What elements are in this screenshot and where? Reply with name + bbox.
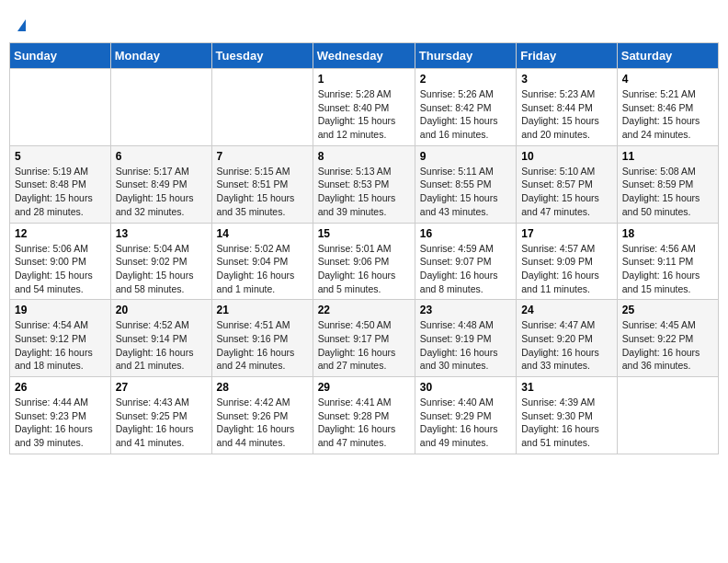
day-number: 22 — [318, 304, 410, 316]
logo-triangle-icon — [17, 19, 26, 31]
day-number: 26 — [15, 381, 106, 394]
calendar-cell: 10Sunrise: 5:10 AM Sunset: 8:57 PM Dayli… — [517, 145, 618, 223]
calendar-cell — [10, 69, 111, 146]
day-number: 4 — [622, 73, 713, 86]
calendar-week-row: 12Sunrise: 5:06 AM Sunset: 9:00 PM Dayli… — [10, 223, 719, 300]
logo-text — [17, 13, 28, 33]
calendar-cell: 21Sunrise: 4:51 AM Sunset: 9:16 PM Dayli… — [211, 300, 313, 377]
calendar-header-sunday: Sunday — [10, 43, 111, 69]
calendar-week-row: 19Sunrise: 4:54 AM Sunset: 9:12 PM Dayli… — [10, 300, 719, 377]
day-number: 20 — [116, 304, 207, 316]
calendar-header-saturday: Saturday — [617, 43, 718, 69]
day-info: Sunrise: 4:51 AM Sunset: 9:16 PM Dayligh… — [217, 318, 308, 373]
calendar-cell: 13Sunrise: 5:04 AM Sunset: 9:02 PM Dayli… — [110, 223, 211, 300]
day-info: Sunrise: 5:15 AM Sunset: 8:51 PM Dayligh… — [217, 165, 308, 219]
calendar-cell: 8Sunrise: 5:13 AM Sunset: 8:53 PM Daylig… — [313, 145, 415, 223]
day-info: Sunrise: 4:59 AM Sunset: 9:07 PM Dayligh… — [420, 242, 511, 296]
calendar-cell: 27Sunrise: 4:43 AM Sunset: 9:25 PM Dayli… — [110, 377, 211, 454]
day-number: 31 — [521, 381, 612, 394]
day-info: Sunrise: 4:50 AM Sunset: 9:17 PM Dayligh… — [318, 318, 410, 373]
calendar-cell: 23Sunrise: 4:48 AM Sunset: 9:19 PM Dayli… — [415, 300, 516, 377]
calendar-cell: 24Sunrise: 4:47 AM Sunset: 9:20 PM Dayli… — [517, 300, 618, 377]
day-number: 12 — [15, 227, 106, 240]
calendar-cell: 9Sunrise: 5:11 AM Sunset: 8:55 PM Daylig… — [415, 145, 516, 223]
day-number: 10 — [521, 150, 612, 163]
day-info: Sunrise: 5:28 AM Sunset: 8:40 PM Dayligh… — [318, 87, 410, 142]
day-info: Sunrise: 5:19 AM Sunset: 8:48 PM Dayligh… — [15, 165, 106, 219]
day-info: Sunrise: 4:40 AM Sunset: 9:29 PM Dayligh… — [420, 396, 511, 450]
calendar-cell: 2Sunrise: 5:26 AM Sunset: 8:42 PM Daylig… — [415, 69, 516, 146]
calendar-cell: 12Sunrise: 5:06 AM Sunset: 9:00 PM Dayli… — [10, 223, 111, 300]
day-number: 9 — [420, 150, 511, 163]
calendar-cell: 6Sunrise: 5:17 AM Sunset: 8:49 PM Daylig… — [110, 145, 211, 223]
day-number: 8 — [318, 150, 410, 163]
calendar-cell: 26Sunrise: 4:44 AM Sunset: 9:23 PM Dayli… — [10, 377, 111, 454]
day-info: Sunrise: 5:17 AM Sunset: 8:49 PM Dayligh… — [116, 165, 207, 219]
day-number: 28 — [217, 381, 308, 394]
calendar-cell — [211, 69, 313, 146]
calendar-cell: 20Sunrise: 4:52 AM Sunset: 9:14 PM Dayli… — [110, 300, 211, 377]
calendar-cell: 17Sunrise: 4:57 AM Sunset: 9:09 PM Dayli… — [517, 223, 618, 300]
day-info: Sunrise: 5:11 AM Sunset: 8:55 PM Dayligh… — [420, 165, 511, 219]
day-number: 27 — [116, 381, 207, 394]
day-info: Sunrise: 5:23 AM Sunset: 8:44 PM Dayligh… — [521, 87, 612, 142]
day-info: Sunrise: 4:43 AM Sunset: 9:25 PM Dayligh… — [116, 396, 207, 450]
day-number: 30 — [420, 381, 511, 394]
day-number: 11 — [622, 150, 713, 163]
calendar-week-row: 26Sunrise: 4:44 AM Sunset: 9:23 PM Dayli… — [10, 377, 719, 454]
calendar-cell: 16Sunrise: 4:59 AM Sunset: 9:07 PM Dayli… — [415, 223, 516, 300]
day-number: 6 — [116, 150, 207, 163]
day-info: Sunrise: 5:10 AM Sunset: 8:57 PM Dayligh… — [521, 165, 612, 219]
calendar-cell: 3Sunrise: 5:23 AM Sunset: 8:44 PM Daylig… — [517, 69, 618, 146]
day-info: Sunrise: 5:06 AM Sunset: 9:00 PM Dayligh… — [15, 242, 106, 296]
calendar-cell: 5Sunrise: 5:19 AM Sunset: 8:48 PM Daylig… — [10, 145, 111, 223]
day-info: Sunrise: 4:52 AM Sunset: 9:14 PM Dayligh… — [116, 318, 207, 373]
calendar-header-wednesday: Wednesday — [313, 43, 415, 69]
day-number: 14 — [217, 227, 308, 240]
day-info: Sunrise: 4:48 AM Sunset: 9:19 PM Dayligh… — [420, 318, 511, 373]
day-number: 19 — [15, 304, 106, 316]
day-info: Sunrise: 4:42 AM Sunset: 9:26 PM Dayligh… — [217, 396, 308, 450]
page-header — [9, 9, 719, 37]
calendar-cell: 22Sunrise: 4:50 AM Sunset: 9:17 PM Dayli… — [313, 300, 415, 377]
calendar-header-tuesday: Tuesday — [211, 43, 313, 69]
calendar-cell: 7Sunrise: 5:15 AM Sunset: 8:51 PM Daylig… — [211, 145, 313, 223]
day-info: Sunrise: 5:01 AM Sunset: 9:06 PM Dayligh… — [318, 242, 410, 296]
logo — [17, 13, 28, 33]
calendar-cell: 29Sunrise: 4:41 AM Sunset: 9:28 PM Dayli… — [313, 377, 415, 454]
day-info: Sunrise: 5:08 AM Sunset: 8:59 PM Dayligh… — [622, 165, 713, 219]
day-number: 2 — [420, 73, 511, 86]
day-number: 5 — [15, 150, 106, 163]
day-number: 3 — [521, 73, 612, 86]
day-number: 29 — [318, 381, 410, 394]
calendar-cell: 31Sunrise: 4:39 AM Sunset: 9:30 PM Dayli… — [517, 377, 618, 454]
day-number: 16 — [420, 227, 511, 240]
day-number: 18 — [622, 227, 713, 240]
day-number: 25 — [622, 304, 713, 316]
day-info: Sunrise: 4:57 AM Sunset: 9:09 PM Dayligh… — [521, 242, 612, 296]
calendar-cell: 18Sunrise: 4:56 AM Sunset: 9:11 PM Dayli… — [617, 223, 718, 300]
calendar-header-monday: Monday — [110, 43, 211, 69]
day-number: 1 — [318, 73, 410, 86]
day-info: Sunrise: 4:39 AM Sunset: 9:30 PM Dayligh… — [521, 396, 612, 450]
calendar-cell — [617, 377, 718, 454]
calendar-cell: 25Sunrise: 4:45 AM Sunset: 9:22 PM Dayli… — [617, 300, 718, 377]
day-number: 24 — [521, 304, 612, 316]
calendar-cell: 4Sunrise: 5:21 AM Sunset: 8:46 PM Daylig… — [617, 69, 718, 146]
calendar-header-row: SundayMondayTuesdayWednesdayThursdayFrid… — [10, 43, 719, 69]
day-info: Sunrise: 5:02 AM Sunset: 9:04 PM Dayligh… — [217, 242, 308, 296]
calendar-cell — [110, 69, 211, 146]
calendar-cell: 28Sunrise: 4:42 AM Sunset: 9:26 PM Dayli… — [211, 377, 313, 454]
day-info: Sunrise: 4:44 AM Sunset: 9:23 PM Dayligh… — [15, 396, 106, 450]
calendar-header-friday: Friday — [517, 43, 618, 69]
calendar-table: SundayMondayTuesdayWednesdayThursdayFrid… — [9, 42, 719, 454]
calendar-cell: 14Sunrise: 5:02 AM Sunset: 9:04 PM Dayli… — [211, 223, 313, 300]
calendar-cell: 1Sunrise: 5:28 AM Sunset: 8:40 PM Daylig… — [313, 69, 415, 146]
calendar-cell: 30Sunrise: 4:40 AM Sunset: 9:29 PM Dayli… — [415, 377, 516, 454]
day-info: Sunrise: 5:04 AM Sunset: 9:02 PM Dayligh… — [116, 242, 207, 296]
day-info: Sunrise: 5:21 AM Sunset: 8:46 PM Dayligh… — [622, 87, 713, 142]
day-info: Sunrise: 4:47 AM Sunset: 9:20 PM Dayligh… — [521, 318, 612, 373]
day-number: 21 — [217, 304, 308, 316]
calendar-cell: 19Sunrise: 4:54 AM Sunset: 9:12 PM Dayli… — [10, 300, 111, 377]
day-info: Sunrise: 4:54 AM Sunset: 9:12 PM Dayligh… — [15, 318, 106, 373]
